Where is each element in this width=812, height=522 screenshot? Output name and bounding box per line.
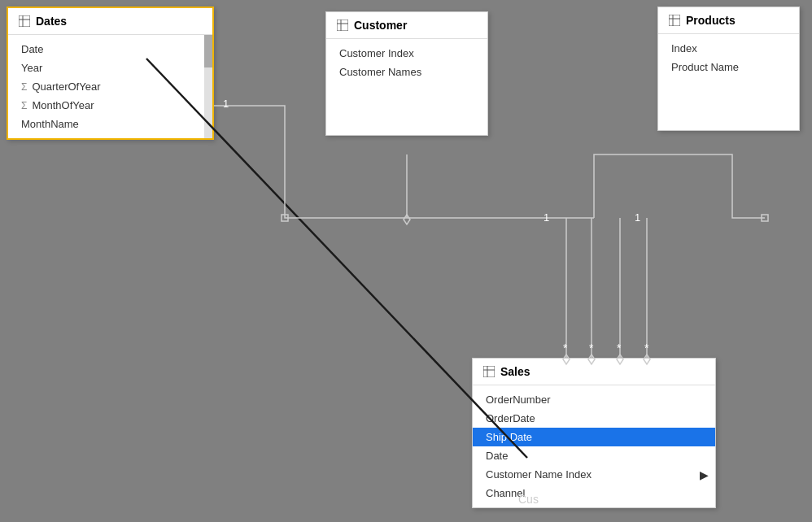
dates-monthname-row[interactable]: MonthName [8,115,212,133]
customer-names-label: Customer Names [339,66,421,78]
table-icon [18,15,31,28]
products-table-icon [668,14,681,27]
dates-monthname-label: MonthName [21,118,79,130]
sales-orderdate-row[interactable]: OrderDate [473,409,715,428]
sales-date-label: Date [486,450,508,462]
customer-table-icon [336,19,349,32]
sigma-icon-2: Σ [21,100,27,111]
sales-date-row[interactable]: Date [473,446,715,465]
dates-date-row[interactable]: Date [8,40,212,59]
sales-orderdate-label: OrderDate [486,412,535,424]
cursor-icon: ▶ [700,468,709,481]
dates-monthofyear-row[interactable]: Σ MonthOfYear [8,96,212,115]
sales-body: OrderNumber OrderDate Ship Date Date Cus… [473,385,715,507]
products-title: Products [686,14,736,27]
svg-rect-13 [282,215,288,221]
products-body: Index Product Name [658,34,799,130]
products-name-label: Product Name [671,61,739,73]
svg-rect-16 [762,215,768,221]
sales-table[interactable]: Sales OrderNumber OrderDate Ship Date Da… [472,358,716,508]
dates-date-label: Date [21,43,43,55]
sales-shipdate-label: Ship Date [486,431,532,443]
products-table[interactable]: Products Index Product Name [657,7,800,131]
dates-table[interactable]: Dates Date Year Σ QuarterOfYear Σ MonthO… [7,7,214,140]
dates-monthofyear-label: MonthOfYear [32,99,94,111]
sales-shipdate-row[interactable]: Ship Date [473,428,715,446]
customer-title: Customer [354,19,407,32]
dates-body: Date Year Σ QuarterOfYear Σ MonthOfYear … [8,35,212,138]
svg-rect-3 [337,20,348,31]
star-label-3: * [617,341,621,355]
products-index-row[interactable]: Index [658,39,799,58]
dates-title: Dates [36,15,67,28]
sales-customernameindex-label: Customer Name Index [486,468,592,481]
dates-year-row[interactable]: Year [8,59,212,77]
svg-rect-6 [669,15,680,26]
scrollbar-thumb[interactable] [204,35,212,67]
sigma-icon-1: Σ [21,81,27,93]
sales-customernameindex-row[interactable]: Customer Name Index ▶ [473,465,715,484]
star-label-2: * [589,341,593,355]
products-index-label: Index [671,42,697,54]
customer-index-row[interactable]: Customer Index [326,44,487,63]
dates-year-label: Year [21,62,42,74]
dates-quarterofyear-label: QuarterOfYear [32,80,100,93]
sales-ordernumber-row[interactable]: OrderNumber [473,390,715,409]
dates-quarterofyear-row[interactable]: Σ QuarterOfYear [8,77,212,96]
sales-header: Sales [473,359,715,385]
customer-index-label: Customer Index [339,47,414,59]
sales-ordernumber-label: OrderNumber [486,394,550,406]
customer-names-row[interactable]: Customer Names [326,63,487,81]
dates-header: Dates [8,8,212,35]
customer-table[interactable]: Customer Customer Index Customer Names [325,11,488,136]
svg-marker-14 [404,215,410,224]
star-label-1: * [563,341,567,355]
sales-title: Sales [500,365,530,378]
cardinality-label-2: 1 [544,211,549,224]
scrollbar[interactable] [204,35,212,138]
products-header: Products [658,7,799,34]
cus-label: Cus [518,493,539,506]
customer-header: Customer [326,12,487,39]
svg-rect-9 [483,366,495,377]
cardinality-label-1: 1 [223,98,229,110]
customer-body: Customer Index Customer Names [326,39,487,135]
star-label-4: * [644,341,648,355]
svg-rect-0 [19,15,30,27]
cardinality-label-3: 1 [635,211,640,224]
sales-channel-row[interactable]: Channel [473,484,715,502]
products-name-row[interactable]: Product Name [658,58,799,76]
sales-table-icon [482,365,495,378]
